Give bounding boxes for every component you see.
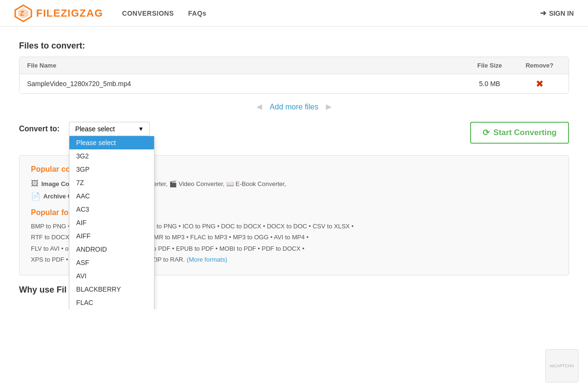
format-select-wrapper: Please select ▼ Please select 3G2 3GP 7Z… [69, 122, 150, 136]
dropdown-item-aiff[interactable]: AIFF [69, 229, 154, 243]
dropdown-item-asf[interactable]: ASF [69, 256, 154, 269]
more-formats-link[interactable]: (More formats) [187, 254, 227, 265]
image-converter-icon: 🖼 [31, 179, 39, 188]
dropdown-item-aif[interactable]: AIF [69, 216, 154, 229]
convert-label: Convert to: [19, 122, 59, 133]
file-name: SampleVideo_1280x720_5mb.mp4 [27, 80, 461, 88]
right-arrow-icon[interactable]: ► [324, 101, 334, 112]
dropdown-item-please-select[interactable]: Please select [69, 136, 154, 149]
add-files-row: ◄ Add more files ► [19, 101, 569, 112]
logo-icon: Z [14, 4, 32, 22]
file-size: 5.0 MB [461, 80, 518, 88]
file-table: File Name File Size Remove? SampleVideo_… [19, 57, 569, 94]
col-header-name: File Name [27, 62, 461, 69]
sign-in-label: SIGN IN [549, 10, 574, 17]
convert-row: Convert to: Please select ▼ Please selec… [19, 122, 569, 144]
dropdown-item-flac[interactable]: FLAC [69, 296, 154, 309]
main-content: Files to convert: File Name File Size Re… [0, 27, 588, 309]
dropdown-item-ac3[interactable]: AC3 [69, 203, 154, 216]
format-select-value: Please select [75, 125, 115, 133]
dropdown-item-3g2[interactable]: 3G2 [69, 149, 154, 163]
start-converting-icon: ⟳ [482, 127, 490, 138]
image-converter-label: Image Co [41, 180, 69, 187]
remove-file-button[interactable]: ✖ [536, 79, 544, 88]
files-label: Files to convert: [19, 41, 569, 51]
sign-in-button[interactable]: ➜ SIGN IN [540, 9, 574, 18]
dropdown-item-android[interactable]: ANDROID [69, 243, 154, 256]
video-icon: 🎬 [169, 180, 177, 187]
format-dropdown[interactable]: Please select 3G2 3GP 7Z AAC AC3 AIF AIF… [69, 136, 154, 309]
add-more-files-link[interactable]: Add more files [270, 103, 318, 111]
logo[interactable]: Z FILEZIGZAG [14, 4, 103, 22]
start-converting-button[interactable]: ⟳ Start Converting [470, 122, 569, 144]
nav-faqs[interactable]: FAQs [188, 10, 207, 17]
dropdown-arrow-icon: ▼ [138, 126, 144, 132]
dropdown-item-avi[interactable]: AVI [69, 269, 154, 283]
table-header: File Name File Size Remove? [19, 57, 569, 74]
svg-text:Z: Z [20, 10, 24, 17]
logo-text: FILEZIGZAG [36, 7, 103, 20]
table-row: SampleVideo_1280x720_5mb.mp4 5.0 MB ✖ [19, 74, 569, 93]
start-converting-label: Start Converting [493, 128, 557, 137]
dropdown-item-blackberry[interactable]: BLACKBERRY [69, 283, 154, 296]
dropdown-item-aac[interactable]: AAC [69, 189, 154, 203]
nav-links: CONVERSIONS FAQs [122, 10, 540, 17]
col-header-size: File Size [461, 62, 518, 69]
archive-converter-icon: 📄 [31, 192, 40, 201]
left-arrow-icon[interactable]: ◄ [255, 101, 264, 112]
nav-conversions[interactable]: CONVERSIONS [122, 10, 174, 17]
sign-in-icon: ➜ [540, 9, 546, 18]
dropdown-item-3gp[interactable]: 3GP [69, 163, 154, 176]
file-remove-cell: ✖ [518, 79, 561, 88]
dropdown-item-7z[interactable]: 7Z [69, 176, 154, 189]
col-header-remove: Remove? [518, 62, 561, 69]
archive-converter-label: Archive C [43, 193, 72, 200]
navbar: Z FILEZIGZAG CONVERSIONS FAQs ➜ SIGN IN [0, 0, 588, 27]
ebook-icon: 📖 [226, 180, 234, 187]
format-select-button[interactable]: Please select ▼ [69, 122, 150, 136]
